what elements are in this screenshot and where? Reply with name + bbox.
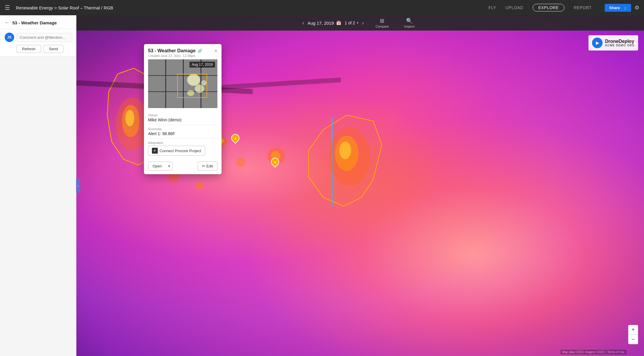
hamburger-icon[interactable]: ☰ <box>5 4 10 11</box>
comment-area: JS Refresh Send <box>0 29 76 57</box>
inspect-tool[interactable]: 🔍 Inspect <box>401 16 418 29</box>
annotation-popup: 53 - Weather Damage 🔗 Created June 22, 2… <box>144 44 222 174</box>
svg-point-12 <box>196 182 204 190</box>
nav-fly[interactable]: FLY <box>488 5 496 10</box>
popup-title: 53 - Weather Damage 🔗 <box>148 48 212 53</box>
popup-summary-section: Summary Alert 1: 98.86F <box>144 125 222 138</box>
svg-point-5 <box>335 136 358 171</box>
popup-integration-label: Integration <box>148 141 217 145</box>
popup-link-icon[interactable]: 🔗 <box>197 49 202 53</box>
date-count: 1 of 2 ▾ <box>345 21 358 25</box>
date-text: Aug 17, 2019 <box>308 21 334 26</box>
sidebar: ← 53 - Weather Damage JS Refresh Send ‹ <box>0 15 76 356</box>
nav-upload[interactable]: UPLOAD <box>506 5 524 10</box>
map-attribution: Map data ©2021 Imagery ©2021 | Terms of … <box>561 350 626 354</box>
comment-input[interactable] <box>16 33 72 42</box>
popup-owner-value: Mike Winn (demo) <box>148 117 217 122</box>
comment-buttons: Refresh Send <box>5 45 71 53</box>
date-display: Aug 17, 2019 📅 <box>308 21 341 26</box>
nav-links: FLY UPLOAD EXPLORE REPORT <box>488 4 591 11</box>
zoom-out-button[interactable]: − <box>628 335 638 344</box>
map-pin-1[interactable] <box>231 134 239 142</box>
svg-point-2 <box>125 110 134 126</box>
compare-label: Compare <box>375 25 389 28</box>
connect-procore-button[interactable]: P Connect Procore Project <box>148 146 205 156</box>
popup-image-date: Aug 17, 2019 <box>189 62 215 68</box>
popup-created: Created June 22, 2021, 12:38pm <box>148 54 212 58</box>
dronedeploy-watermark: ▶ DroneDeploy ACME DEMO ORG <box>588 35 638 51</box>
svg-point-0 <box>116 98 148 150</box>
nav-report[interactable]: REPORT <box>574 5 592 10</box>
procore-icon: P <box>152 148 158 154</box>
svg-point-25 <box>195 85 204 93</box>
svg-point-1 <box>122 105 140 137</box>
popup-integration-section: Integration P Connect Procore Project <box>144 139 222 158</box>
popup-owner-label: Owner <box>148 113 217 117</box>
date-count-arrow[interactable]: ▾ <box>357 21 358 25</box>
svg-point-24 <box>187 74 200 86</box>
date-count-text: 1 of 2 <box>345 21 355 25</box>
svg-point-27 <box>201 80 207 85</box>
avatar: JS <box>5 33 14 42</box>
map-date-bar: ‹ Aug 17, 2019 📅 1 of 2 ▾ › ⊞ Compare 🔍 … <box>76 15 644 31</box>
compare-tool[interactable]: ⊞ Compare <box>372 16 392 29</box>
date-next-button[interactable]: › <box>362 20 364 26</box>
edit-label: Edit <box>207 164 213 168</box>
date-prev-button[interactable]: ‹ <box>302 20 304 26</box>
svg-point-6 <box>339 142 351 159</box>
refresh-button[interactable]: Refresh <box>16 45 41 53</box>
popup-close-button[interactable]: × <box>214 48 217 53</box>
send-button[interactable]: Send <box>43 45 63 53</box>
dd-logo-text: DroneDeploy ACME DEMO ORG <box>605 39 635 47</box>
sidebar-header: ← 53 - Weather Damage <box>0 15 76 29</box>
popup-image: Aug 17, 2019 <box>148 59 217 108</box>
popup-image-placeholder: Aug 17, 2019 <box>148 59 217 108</box>
open-button[interactable]: Open <box>148 162 166 170</box>
inspect-label: Inspect <box>404 25 415 28</box>
settings-icon[interactable]: ⚙ <box>635 4 639 11</box>
dd-logo-circle: ▶ <box>592 38 603 48</box>
inspect-icon: 🔍 <box>406 18 412 24</box>
comment-input-row: JS <box>5 33 71 42</box>
sidebar-collapse-button[interactable]: ‹ <box>76 179 80 193</box>
back-button[interactable]: ← <box>5 20 9 25</box>
right-annotation-polygon <box>308 115 382 206</box>
nav-explore[interactable]: EXPLORE <box>533 4 564 11</box>
popup-footer: Open ▾ ✏ Edit <box>144 158 222 174</box>
popup-header: 53 - Weather Damage 🔗 Created June 22, 2… <box>144 44 222 59</box>
nav-title: Renewable Energy > Solar Roof – Thermal … <box>16 5 485 10</box>
edit-icon: ✏ <box>202 164 205 168</box>
connect-procore-label: Connect Procore Project <box>160 149 201 153</box>
svg-point-26 <box>187 90 194 96</box>
nav-right: Share 👥 ⚙ <box>605 4 639 12</box>
compare-icon: ⊞ <box>380 18 384 24</box>
share-button[interactable]: Share 👥 <box>605 4 631 12</box>
dd-logo-sub: ACME DEMO ORG <box>605 44 635 47</box>
map-zoom-controls: + − <box>628 325 638 344</box>
map-pin-2[interactable] <box>271 158 279 166</box>
popup-summary-label: Summary <box>148 127 217 131</box>
open-button-group: Open ▾ <box>148 162 173 171</box>
svg-point-4 <box>329 127 370 186</box>
dd-logo-main: DroneDeploy <box>605 39 635 44</box>
popup-summary-value: Alert 1: 98.86F <box>148 131 217 136</box>
svg-point-13 <box>236 157 246 167</box>
open-dropdown-button[interactable]: ▾ <box>166 162 172 170</box>
calendar-icon[interactable]: 📅 <box>336 21 341 25</box>
popup-owner-section: Owner Mike Winn (demo) <box>144 111 222 125</box>
edit-button[interactable]: ✏ Edit <box>198 162 217 171</box>
zoom-in-button[interactable]: + <box>628 325 638 335</box>
top-nav: ☰ Renewable Energy > Solar Roof – Therma… <box>0 0 644 15</box>
sidebar-title: 53 - Weather Damage <box>12 20 57 25</box>
popup-title-area: 53 - Weather Damage 🔗 Created June 22, 2… <box>148 48 212 58</box>
